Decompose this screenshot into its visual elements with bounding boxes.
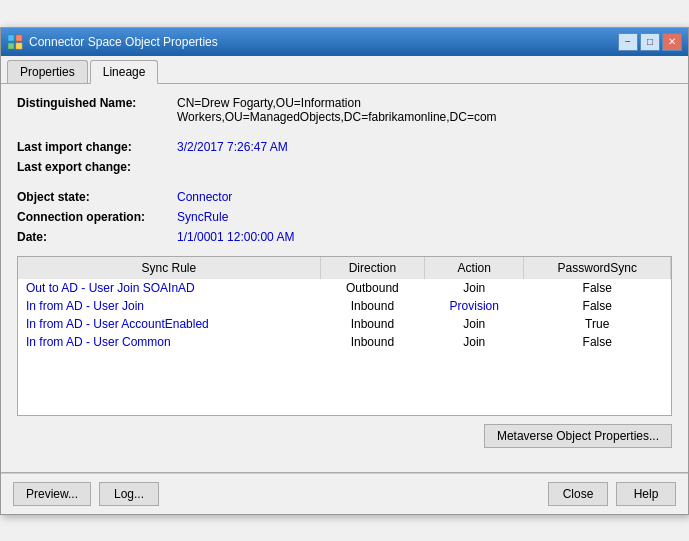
last-export-label: Last export change: — [17, 160, 177, 174]
minimize-button[interactable]: − — [618, 33, 638, 51]
passwordsync-cell: True — [524, 315, 671, 333]
last-export-row: Last export change: — [17, 160, 672, 174]
sync-rules-table: Sync Rule Direction Action PasswordSync … — [18, 257, 671, 351]
object-state-row: Object state: Connector — [17, 190, 672, 204]
sync-rules-table-container: Sync Rule Direction Action PasswordSync … — [17, 256, 672, 416]
footer-left-buttons: Preview... Log... — [13, 482, 159, 506]
direction-cell: Inbound — [320, 297, 424, 315]
help-button[interactable]: Help — [616, 482, 676, 506]
action-cell: Join — [425, 315, 524, 333]
connection-operation-row: Connection operation: SyncRule — [17, 210, 672, 224]
footer-right-buttons: Close Help — [548, 482, 676, 506]
date-value: 1/1/0001 12:00:00 AM — [177, 230, 294, 244]
last-import-value: 3/2/2017 7:26:47 AM — [177, 140, 288, 154]
title-bar-left: Connector Space Object Properties — [7, 34, 218, 50]
maximize-button[interactable]: □ — [640, 33, 660, 51]
title-bar: Connector Space Object Properties − □ ✕ — [1, 28, 688, 56]
sync-rule-cell[interactable]: In from AD - User AccountEnabled — [18, 315, 320, 333]
action-cell: Join — [425, 333, 524, 351]
col-action: Action — [425, 257, 524, 279]
last-import-label: Last import change: — [17, 140, 177, 154]
action-cell: Provision — [425, 297, 524, 315]
col-passwordsync: PasswordSync — [524, 257, 671, 279]
tab-properties[interactable]: Properties — [7, 60, 88, 83]
tab-lineage[interactable]: Lineage — [90, 60, 159, 84]
table-header-row: Sync Rule Direction Action PasswordSync — [18, 257, 671, 279]
svg-rect-3 — [16, 43, 22, 49]
action-cell: Join — [425, 279, 524, 297]
close-window-button[interactable]: ✕ — [662, 33, 682, 51]
table-row: In from AD - User CommonInboundJoinFalse — [18, 333, 671, 351]
sync-rule-cell[interactable]: Out to AD - User Join SOAInAD — [18, 279, 320, 297]
svg-rect-2 — [8, 43, 14, 49]
distinguished-name-row: Distinguished Name: CN=Drew Fogarty,OU=I… — [17, 96, 672, 124]
window-icon — [7, 34, 23, 50]
direction-cell: Inbound — [320, 333, 424, 351]
date-row: Date: 1/1/0001 12:00:00 AM — [17, 230, 672, 244]
content-area: Distinguished Name: CN=Drew Fogarty,OU=I… — [1, 84, 688, 464]
date-label: Date: — [17, 230, 177, 244]
svg-rect-1 — [16, 35, 22, 41]
distinguished-name-label: Distinguished Name: — [17, 96, 177, 110]
table-row: In from AD - User AccountEnabledInboundJ… — [18, 315, 671, 333]
table-row: Out to AD - User Join SOAInADOutboundJoi… — [18, 279, 671, 297]
svg-rect-0 — [8, 35, 14, 41]
metaverse-btn-row: Metaverse Object Properties... — [17, 424, 672, 448]
object-state-label: Object state: — [17, 190, 177, 204]
preview-button[interactable]: Preview... — [13, 482, 91, 506]
log-button[interactable]: Log... — [99, 482, 159, 506]
sync-rule-cell[interactable]: In from AD - User Common — [18, 333, 320, 351]
close-button[interactable]: Close — [548, 482, 608, 506]
direction-cell: Outbound — [320, 279, 424, 297]
distinguished-name-value: CN=Drew Fogarty,OU=Information Workers,O… — [177, 96, 672, 124]
footer: Preview... Log... Close Help — [1, 473, 688, 514]
connection-operation-value: SyncRule — [177, 210, 228, 224]
sync-rule-cell[interactable]: In from AD - User Join — [18, 297, 320, 315]
title-bar-buttons: − □ ✕ — [618, 33, 682, 51]
col-direction: Direction — [320, 257, 424, 279]
table-row: In from AD - User JoinInboundProvisionFa… — [18, 297, 671, 315]
tab-bar: Properties Lineage — [1, 56, 688, 84]
metaverse-properties-button[interactable]: Metaverse Object Properties... — [484, 424, 672, 448]
main-window: Connector Space Object Properties − □ ✕ … — [0, 27, 689, 515]
passwordsync-cell: False — [524, 333, 671, 351]
window-title: Connector Space Object Properties — [29, 35, 218, 49]
connection-operation-label: Connection operation: — [17, 210, 177, 224]
passwordsync-cell: False — [524, 297, 671, 315]
direction-cell: Inbound — [320, 315, 424, 333]
last-import-row: Last import change: 3/2/2017 7:26:47 AM — [17, 140, 672, 154]
object-state-value: Connector — [177, 190, 232, 204]
passwordsync-cell: False — [524, 279, 671, 297]
col-sync-rule: Sync Rule — [18, 257, 320, 279]
